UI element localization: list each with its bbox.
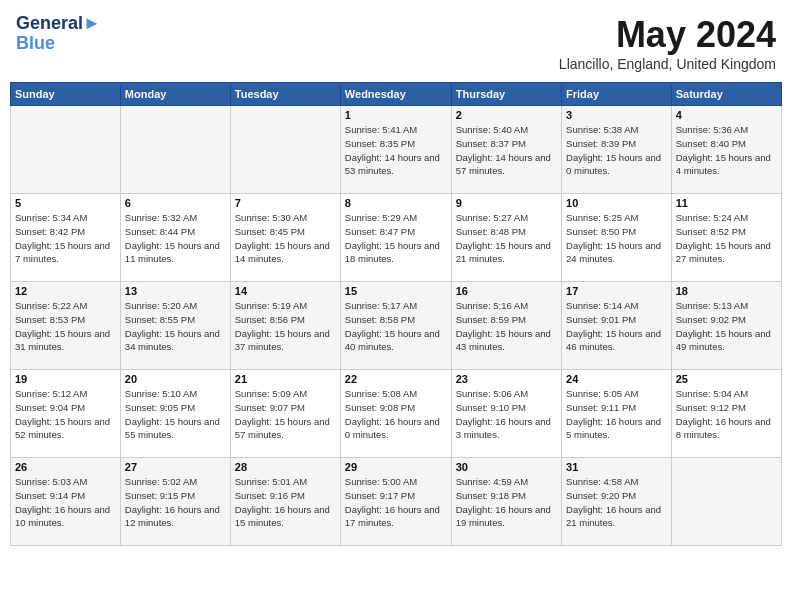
day-number: 17 bbox=[566, 285, 667, 297]
weekday-header-friday: Friday bbox=[562, 83, 672, 106]
day-info: Sunrise: 5:10 AM Sunset: 9:05 PM Dayligh… bbox=[125, 387, 226, 442]
day-number: 25 bbox=[676, 373, 777, 385]
day-cell: 13Sunrise: 5:20 AM Sunset: 8:55 PM Dayli… bbox=[120, 282, 230, 370]
day-cell: 30Sunrise: 4:59 AM Sunset: 9:18 PM Dayli… bbox=[451, 458, 561, 546]
day-cell bbox=[11, 106, 121, 194]
day-number: 29 bbox=[345, 461, 447, 473]
week-row-1: 1Sunrise: 5:41 AM Sunset: 8:35 PM Daylig… bbox=[11, 106, 782, 194]
day-info: Sunrise: 5:02 AM Sunset: 9:15 PM Dayligh… bbox=[125, 475, 226, 530]
day-number: 26 bbox=[15, 461, 116, 473]
day-cell: 4Sunrise: 5:36 AM Sunset: 8:40 PM Daylig… bbox=[671, 106, 781, 194]
day-cell: 31Sunrise: 4:58 AM Sunset: 9:20 PM Dayli… bbox=[562, 458, 672, 546]
day-cell: 5Sunrise: 5:34 AM Sunset: 8:42 PM Daylig… bbox=[11, 194, 121, 282]
day-cell: 22Sunrise: 5:08 AM Sunset: 9:08 PM Dayli… bbox=[340, 370, 451, 458]
day-cell: 1Sunrise: 5:41 AM Sunset: 8:35 PM Daylig… bbox=[340, 106, 451, 194]
day-info: Sunrise: 5:14 AM Sunset: 9:01 PM Dayligh… bbox=[566, 299, 667, 354]
day-number: 24 bbox=[566, 373, 667, 385]
day-info: Sunrise: 5:20 AM Sunset: 8:55 PM Dayligh… bbox=[125, 299, 226, 354]
title-section: May 2024 Llancillo, England, United King… bbox=[559, 14, 776, 72]
day-number: 1 bbox=[345, 109, 447, 121]
weekday-header-tuesday: Tuesday bbox=[230, 83, 340, 106]
day-cell: 10Sunrise: 5:25 AM Sunset: 8:50 PM Dayli… bbox=[562, 194, 672, 282]
day-info: Sunrise: 5:19 AM Sunset: 8:56 PM Dayligh… bbox=[235, 299, 336, 354]
day-cell: 26Sunrise: 5:03 AM Sunset: 9:14 PM Dayli… bbox=[11, 458, 121, 546]
day-number: 30 bbox=[456, 461, 557, 473]
day-number: 2 bbox=[456, 109, 557, 121]
day-number: 6 bbox=[125, 197, 226, 209]
day-number: 8 bbox=[345, 197, 447, 209]
day-number: 12 bbox=[15, 285, 116, 297]
day-info: Sunrise: 5:30 AM Sunset: 8:45 PM Dayligh… bbox=[235, 211, 336, 266]
day-cell: 14Sunrise: 5:19 AM Sunset: 8:56 PM Dayli… bbox=[230, 282, 340, 370]
day-cell: 24Sunrise: 5:05 AM Sunset: 9:11 PM Dayli… bbox=[562, 370, 672, 458]
day-number: 3 bbox=[566, 109, 667, 121]
day-cell: 6Sunrise: 5:32 AM Sunset: 8:44 PM Daylig… bbox=[120, 194, 230, 282]
day-cell: 16Sunrise: 5:16 AM Sunset: 8:59 PM Dayli… bbox=[451, 282, 561, 370]
weekday-header-thursday: Thursday bbox=[451, 83, 561, 106]
weekday-header-row: SundayMondayTuesdayWednesdayThursdayFrid… bbox=[11, 83, 782, 106]
weekday-header-sunday: Sunday bbox=[11, 83, 121, 106]
day-cell: 25Sunrise: 5:04 AM Sunset: 9:12 PM Dayli… bbox=[671, 370, 781, 458]
day-info: Sunrise: 5:12 AM Sunset: 9:04 PM Dayligh… bbox=[15, 387, 116, 442]
day-info: Sunrise: 5:03 AM Sunset: 9:14 PM Dayligh… bbox=[15, 475, 116, 530]
day-cell bbox=[671, 458, 781, 546]
day-info: Sunrise: 5:13 AM Sunset: 9:02 PM Dayligh… bbox=[676, 299, 777, 354]
day-cell: 15Sunrise: 5:17 AM Sunset: 8:58 PM Dayli… bbox=[340, 282, 451, 370]
day-info: Sunrise: 5:40 AM Sunset: 8:37 PM Dayligh… bbox=[456, 123, 557, 178]
day-number: 13 bbox=[125, 285, 226, 297]
day-cell: 12Sunrise: 5:22 AM Sunset: 8:53 PM Dayli… bbox=[11, 282, 121, 370]
day-cell: 3Sunrise: 5:38 AM Sunset: 8:39 PM Daylig… bbox=[562, 106, 672, 194]
page-header: General► Blue May 2024 Llancillo, Englan… bbox=[10, 10, 782, 76]
day-info: Sunrise: 5:00 AM Sunset: 9:17 PM Dayligh… bbox=[345, 475, 447, 530]
day-number: 4 bbox=[676, 109, 777, 121]
day-number: 18 bbox=[676, 285, 777, 297]
day-info: Sunrise: 5:09 AM Sunset: 9:07 PM Dayligh… bbox=[235, 387, 336, 442]
week-row-2: 5Sunrise: 5:34 AM Sunset: 8:42 PM Daylig… bbox=[11, 194, 782, 282]
day-cell: 21Sunrise: 5:09 AM Sunset: 9:07 PM Dayli… bbox=[230, 370, 340, 458]
day-number: 22 bbox=[345, 373, 447, 385]
week-row-4: 19Sunrise: 5:12 AM Sunset: 9:04 PM Dayli… bbox=[11, 370, 782, 458]
day-info: Sunrise: 5:04 AM Sunset: 9:12 PM Dayligh… bbox=[676, 387, 777, 442]
day-info: Sunrise: 5:16 AM Sunset: 8:59 PM Dayligh… bbox=[456, 299, 557, 354]
location: Llancillo, England, United Kingdom bbox=[559, 56, 776, 72]
day-info: Sunrise: 5:36 AM Sunset: 8:40 PM Dayligh… bbox=[676, 123, 777, 178]
day-info: Sunrise: 5:41 AM Sunset: 8:35 PM Dayligh… bbox=[345, 123, 447, 178]
day-cell: 9Sunrise: 5:27 AM Sunset: 8:48 PM Daylig… bbox=[451, 194, 561, 282]
logo-text: General► Blue bbox=[16, 14, 101, 54]
day-info: Sunrise: 5:32 AM Sunset: 8:44 PM Dayligh… bbox=[125, 211, 226, 266]
day-number: 15 bbox=[345, 285, 447, 297]
month-title: May 2024 bbox=[559, 14, 776, 56]
day-number: 28 bbox=[235, 461, 336, 473]
week-row-3: 12Sunrise: 5:22 AM Sunset: 8:53 PM Dayli… bbox=[11, 282, 782, 370]
day-number: 20 bbox=[125, 373, 226, 385]
weekday-header-monday: Monday bbox=[120, 83, 230, 106]
day-cell: 17Sunrise: 5:14 AM Sunset: 9:01 PM Dayli… bbox=[562, 282, 672, 370]
day-cell: 23Sunrise: 5:06 AM Sunset: 9:10 PM Dayli… bbox=[451, 370, 561, 458]
day-cell: 29Sunrise: 5:00 AM Sunset: 9:17 PM Dayli… bbox=[340, 458, 451, 546]
day-info: Sunrise: 4:59 AM Sunset: 9:18 PM Dayligh… bbox=[456, 475, 557, 530]
day-number: 7 bbox=[235, 197, 336, 209]
weekday-header-wednesday: Wednesday bbox=[340, 83, 451, 106]
day-number: 5 bbox=[15, 197, 116, 209]
day-cell: 28Sunrise: 5:01 AM Sunset: 9:16 PM Dayli… bbox=[230, 458, 340, 546]
day-number: 21 bbox=[235, 373, 336, 385]
day-cell: 20Sunrise: 5:10 AM Sunset: 9:05 PM Dayli… bbox=[120, 370, 230, 458]
day-cell bbox=[120, 106, 230, 194]
week-row-5: 26Sunrise: 5:03 AM Sunset: 9:14 PM Dayli… bbox=[11, 458, 782, 546]
day-info: Sunrise: 5:24 AM Sunset: 8:52 PM Dayligh… bbox=[676, 211, 777, 266]
day-info: Sunrise: 5:27 AM Sunset: 8:48 PM Dayligh… bbox=[456, 211, 557, 266]
day-number: 27 bbox=[125, 461, 226, 473]
day-number: 11 bbox=[676, 197, 777, 209]
day-info: Sunrise: 5:22 AM Sunset: 8:53 PM Dayligh… bbox=[15, 299, 116, 354]
day-number: 10 bbox=[566, 197, 667, 209]
day-number: 23 bbox=[456, 373, 557, 385]
day-info: Sunrise: 5:05 AM Sunset: 9:11 PM Dayligh… bbox=[566, 387, 667, 442]
day-cell bbox=[230, 106, 340, 194]
day-info: Sunrise: 5:17 AM Sunset: 8:58 PM Dayligh… bbox=[345, 299, 447, 354]
day-info: Sunrise: 5:01 AM Sunset: 9:16 PM Dayligh… bbox=[235, 475, 336, 530]
day-number: 9 bbox=[456, 197, 557, 209]
day-info: Sunrise: 5:38 AM Sunset: 8:39 PM Dayligh… bbox=[566, 123, 667, 178]
day-number: 14 bbox=[235, 285, 336, 297]
day-info: Sunrise: 5:29 AM Sunset: 8:47 PM Dayligh… bbox=[345, 211, 447, 266]
day-info: Sunrise: 5:34 AM Sunset: 8:42 PM Dayligh… bbox=[15, 211, 116, 266]
